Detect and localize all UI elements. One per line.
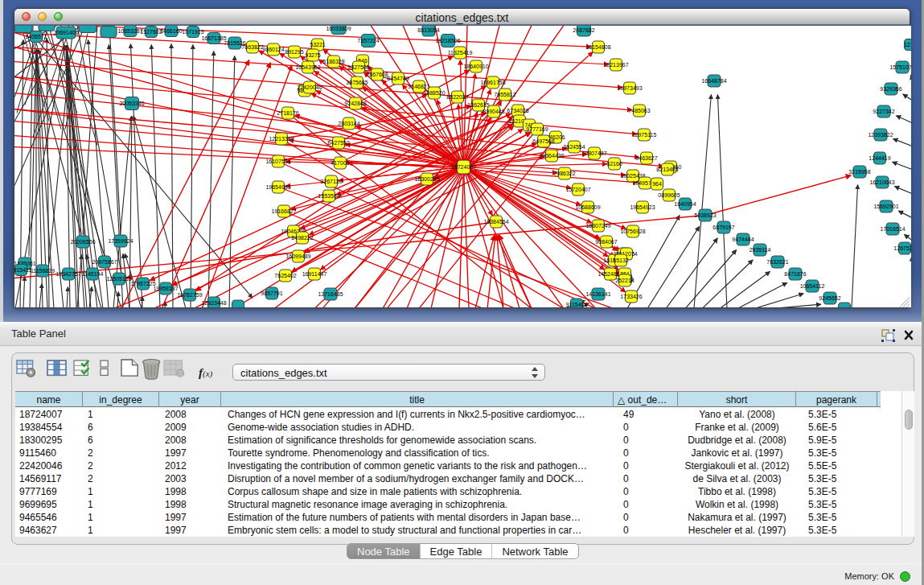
svg-text:16099489: 16099489 xyxy=(285,253,310,259)
svg-text:19218506: 19218506 xyxy=(435,38,460,43)
svg-text:19654983: 19654983 xyxy=(265,184,290,190)
svg-text:8213403: 8213403 xyxy=(656,167,678,172)
svg-text:(x): (x) xyxy=(203,369,213,379)
svg-text:53221: 53221 xyxy=(310,42,326,47)
svg-text:7485063: 7485063 xyxy=(628,108,650,113)
svg-text:16107554: 16107554 xyxy=(265,159,290,164)
svg-text:10653287: 10653287 xyxy=(117,28,142,34)
svg-text:9777169: 9777169 xyxy=(526,126,548,132)
svg-text:8813054: 8813054 xyxy=(417,27,439,33)
svg-text:16033809: 16033809 xyxy=(326,26,351,31)
svg-text:1217: 1217 xyxy=(904,42,911,47)
svg-text:9474444: 9474444 xyxy=(732,237,754,242)
svg-text:1267534: 1267534 xyxy=(893,245,911,251)
svg-text:18300295: 18300295 xyxy=(414,176,439,182)
svg-text:19384554: 19384554 xyxy=(483,219,508,225)
svg-text:3267130: 3267130 xyxy=(320,179,342,184)
svg-text:1733426: 1733426 xyxy=(620,294,642,299)
svg-text:10688609: 10688609 xyxy=(575,204,600,210)
svg-text:6497568: 6497568 xyxy=(532,138,554,144)
svg-text:7625402: 7625402 xyxy=(274,273,296,278)
svg-text:1640954: 1640954 xyxy=(674,201,696,207)
svg-text:6879197: 6879197 xyxy=(713,225,734,230)
svg-text:16782759: 16782759 xyxy=(177,292,202,298)
svg-text:7632621: 7632621 xyxy=(766,259,788,265)
svg-text:7955812: 7955812 xyxy=(494,92,515,97)
svg-text:12093822: 12093822 xyxy=(868,132,893,138)
svg-text:19958187: 19958187 xyxy=(153,286,178,291)
svg-text:19166827: 19166827 xyxy=(271,208,296,214)
svg-text:12213967: 12213967 xyxy=(603,62,628,68)
svg-text:9327508: 9327508 xyxy=(347,64,369,70)
svg-text:3875685: 3875685 xyxy=(346,80,368,85)
svg-text:65132: 65132 xyxy=(613,257,629,263)
svg-text:9860124: 9860124 xyxy=(262,47,284,52)
svg-text:20364436: 20364436 xyxy=(539,153,564,159)
svg-text:17359924: 17359924 xyxy=(108,238,133,244)
svg-text:964: 964 xyxy=(652,181,662,187)
svg-text:9463627: 9463627 xyxy=(635,155,657,161)
svg-text:16911447: 16911447 xyxy=(302,271,327,277)
svg-text:8186328: 8186328 xyxy=(322,59,344,64)
svg-text:16543962: 16543962 xyxy=(295,64,320,70)
svg-text:8471676: 8471676 xyxy=(784,271,806,277)
svg-text:22420046: 22420046 xyxy=(297,84,322,90)
svg-text:6734028: 6734028 xyxy=(507,108,528,113)
svg-text:20053346: 20053346 xyxy=(119,101,144,106)
svg-text:9245652: 9245652 xyxy=(819,295,840,301)
svg-text:1527602: 1527602 xyxy=(140,29,162,35)
svg-text:9084067: 9084067 xyxy=(595,239,617,245)
svg-text:12975115: 12975115 xyxy=(632,132,657,138)
svg-text:7357224: 7357224 xyxy=(357,38,379,43)
svg-text:2935114: 2935114 xyxy=(749,247,771,253)
svg-text:2087682: 2087682 xyxy=(573,27,594,33)
svg-text:16961758: 16961758 xyxy=(480,80,505,85)
svg-text:1405571: 1405571 xyxy=(25,34,47,39)
svg-text:18724007: 18724007 xyxy=(451,164,476,170)
svg-text:16210643: 16210643 xyxy=(869,179,894,185)
svg-text:1071915: 1071915 xyxy=(182,29,203,35)
svg-text:11156829: 11156829 xyxy=(31,268,55,274)
svg-text:17016514: 17016514 xyxy=(880,226,905,232)
svg-text:12342757: 12342757 xyxy=(55,271,80,277)
svg-text:2803144: 2803144 xyxy=(338,121,359,126)
svg-text:7986322: 7986322 xyxy=(553,171,575,176)
svg-text:12505135: 12505135 xyxy=(106,276,131,282)
svg-text:252214: 252214 xyxy=(615,278,634,283)
svg-text:16671385: 16671385 xyxy=(201,35,226,41)
svg-text:1362615: 1362615 xyxy=(467,102,489,108)
svg-text:93275: 93275 xyxy=(305,52,321,58)
svg-text:3915411: 3915411 xyxy=(14,267,31,273)
svg-text:10973493: 10973493 xyxy=(617,85,642,91)
svg-text:5938923: 5938923 xyxy=(694,212,716,218)
svg-text:2867608: 2867608 xyxy=(366,72,388,77)
svg-text:10807487: 10807487 xyxy=(581,150,606,156)
svg-text:1588520: 1588520 xyxy=(423,90,445,96)
svg-text:20206556: 20206556 xyxy=(70,239,95,245)
svg-text:18807249: 18807249 xyxy=(585,223,610,229)
svg-text:9242848: 9242848 xyxy=(344,101,366,106)
svg-text:9227342: 9227342 xyxy=(873,109,894,114)
svg-text:3624554: 3624554 xyxy=(563,144,585,150)
svg-text:10756928: 10756928 xyxy=(620,229,645,234)
svg-text:13716485: 13716485 xyxy=(318,291,343,297)
svg-text:417006: 417006 xyxy=(331,160,349,166)
svg-text:14136141: 14136141 xyxy=(585,291,610,297)
svg-text:16154808: 16154808 xyxy=(585,44,610,50)
svg-text:7663822: 7663822 xyxy=(241,44,263,50)
svg-text:6466160: 6466160 xyxy=(160,28,182,34)
svg-text:16648784: 16648784 xyxy=(701,78,726,84)
svg-text:9857791: 9857791 xyxy=(261,290,282,296)
svg-text:3215958: 3215958 xyxy=(848,169,870,175)
svg-text:8427552: 8427552 xyxy=(327,140,349,146)
svg-text:1145194: 1145194 xyxy=(82,271,104,277)
svg-text:891295: 891295 xyxy=(285,49,303,55)
svg-text:1353594: 1353594 xyxy=(318,193,339,199)
svg-text:2718176: 2718176 xyxy=(277,110,298,116)
svg-text:18640910: 18640910 xyxy=(463,64,488,69)
svg-text:15751074: 15751074 xyxy=(889,64,911,70)
svg-text:19654923: 19654923 xyxy=(630,204,655,210)
svg-text:10654112: 10654112 xyxy=(800,283,825,289)
svg-text:11325419: 11325419 xyxy=(448,50,473,56)
svg-text:17957225: 17957225 xyxy=(130,281,155,286)
